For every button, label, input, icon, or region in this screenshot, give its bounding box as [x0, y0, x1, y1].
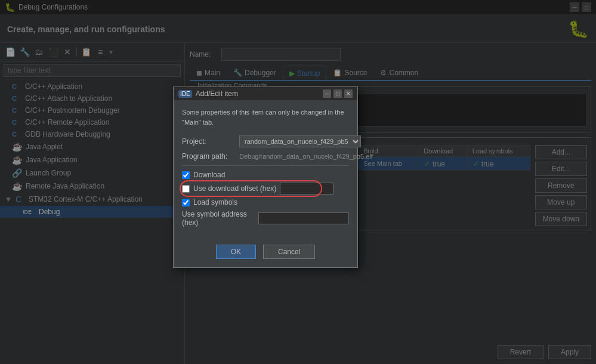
modal-footer: OK Cancel [174, 239, 357, 267]
modal-symbol-address-row: Use symbol address (hex) [182, 210, 349, 227]
modal-dialog: IDE Add/Edit item ─ □ ✕ Some properties … [173, 87, 358, 268]
modal-title-controls: ─ □ ✕ [323, 90, 353, 98]
modal-divider [182, 165, 349, 166]
cancel-button[interactable]: Cancel [263, 245, 315, 259]
modal-program-label: Program path: [182, 152, 236, 161]
use-download-offset-label: Use download offset (hex) [193, 184, 276, 193]
modal-maximize-button[interactable]: □ [333, 90, 342, 98]
modal-program-row: Program path: Debug/random_data_on_nucel… [182, 152, 349, 161]
modal-project-label: Project: [182, 137, 236, 146]
modal-minimize-button[interactable]: ─ [323, 90, 331, 98]
download-label: Download [193, 171, 225, 179]
modal-title-icon: IDE [178, 90, 192, 98]
modal-project-select[interactable]: random_data_on_nucelo_f429_pb5 [239, 135, 361, 147]
modal-titlebar: IDE Add/Edit item ─ □ ✕ [174, 87, 357, 100]
modal-close-button[interactable]: ✕ [344, 90, 353, 98]
modal-download-offset-row: Use download offset (hex) [182, 183, 349, 195]
use-download-offset-checkbox[interactable] [182, 185, 190, 193]
modal-info-text: Some properties of this item can only be… [182, 107, 349, 127]
download-offset-input[interactable] [280, 183, 333, 195]
download-checkbox[interactable] [182, 171, 190, 179]
modal-overlay: IDE Add/Edit item ─ □ ✕ Some properties … [0, 0, 596, 364]
ok-button[interactable]: OK [216, 245, 256, 259]
load-symbols-checkbox[interactable] [182, 199, 190, 206]
modal-download-row: Download [182, 171, 349, 179]
load-symbols-label: Load symbols [193, 198, 237, 206]
symbol-address-input[interactable] [258, 212, 349, 224]
modal-symbol-address-label: Use symbol address (hex) [182, 210, 255, 227]
modal-body: Some properties of this item can only be… [174, 100, 357, 239]
modal-title-text: Add/Edit item [196, 90, 319, 98]
modal-load-symbols-row: Load symbols [182, 198, 349, 206]
modal-project-row: Project: random_data_on_nucelo_f429_pb5 [182, 135, 349, 147]
modal-program-value: Debug/random_data_on_nucelo_f429_pb5.elf [239, 153, 373, 160]
